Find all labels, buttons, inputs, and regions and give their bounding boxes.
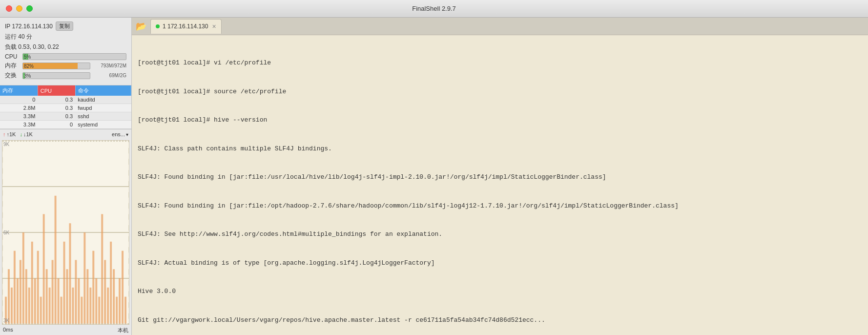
terminal-line: SLF4J: Found binding in [jar:file:/opt/h… xyxy=(138,201,862,211)
svg-rect-37 xyxy=(104,260,106,324)
copy-button[interactable]: 复制 xyxy=(56,21,73,31)
net-upload: ↑ ↑1K xyxy=(3,131,16,137)
chevron-down-icon[interactable]: ▾ xyxy=(126,132,128,137)
network-footer: 0ms 本机 xyxy=(0,326,131,335)
svg-rect-16 xyxy=(43,214,45,324)
mem-bar-container: 82% xyxy=(22,63,90,69)
terminal-line: [root@tjt01 local]# source /etc/profile xyxy=(138,87,862,97)
col-mem: 内存 xyxy=(0,85,38,96)
swap-bar-container: 3% xyxy=(22,72,90,79)
tab-close-button[interactable]: × xyxy=(212,22,216,30)
table-row: 2.8M 0.3 fwupd xyxy=(0,104,131,112)
network-graph: 9K 6K 3K xyxy=(2,140,129,325)
table-row: 3.3M 0.3 sshd xyxy=(0,112,131,121)
svg-rect-44 xyxy=(124,297,126,324)
terminal-line: Git git://vgargwork.local/Users/vgarg/re… xyxy=(138,315,862,325)
process-table: 内存 CPU 命令 0 0.3 kauditd 2.8M 0.3 fwupd xyxy=(0,85,131,129)
proc-mem: 3.3M xyxy=(0,121,38,129)
svg-rect-11 xyxy=(28,288,30,324)
svg-rect-27 xyxy=(75,260,77,324)
proc-cpu: 0.3 xyxy=(38,112,75,121)
network-graph-svg xyxy=(2,141,129,324)
svg-rect-4 xyxy=(8,269,10,324)
folder-icon: 📂 xyxy=(136,21,146,32)
process-table-header: 内存 CPU 命令 xyxy=(0,85,131,96)
svg-rect-31 xyxy=(86,269,88,324)
network-section: ↑ ↑1K ↓ ↓1K ens... ▾ xyxy=(0,129,131,335)
mem-row: 内存 82% 793M/972M xyxy=(5,62,126,70)
proc-cpu: 0 xyxy=(38,121,75,129)
proc-cpu: 0.3 xyxy=(38,96,75,104)
terminal-line: Hive 3.0.0 xyxy=(138,287,862,296)
cpu-bar-container: 5% xyxy=(22,53,126,60)
net-up-value: ↑1K xyxy=(7,131,16,137)
load-value: 负载 0.53, 0.30, 0.22 xyxy=(5,43,59,51)
mem-percent: 82% xyxy=(24,63,34,69)
minimize-button[interactable] xyxy=(16,5,22,12)
svg-rect-26 xyxy=(72,288,74,324)
svg-rect-17 xyxy=(46,269,48,324)
svg-rect-23 xyxy=(63,242,65,324)
cpu-label: CPU xyxy=(5,53,21,60)
network-header: ↑ ↑1K ↓ ↓1K ens... ▾ xyxy=(0,129,131,139)
cpu-row: CPU 5% xyxy=(5,53,126,60)
cpu-percent: 5% xyxy=(24,54,31,60)
svg-rect-18 xyxy=(49,288,51,324)
uptime-row: 运行 40 分 xyxy=(5,33,126,41)
col-cpu: CPU xyxy=(38,85,75,96)
sidebar-info: IP 172.16.114.130 复制 运行 40 分 负载 0.53, 0.… xyxy=(0,18,131,85)
svg-rect-40 xyxy=(113,269,115,324)
proc-cpu: 0.3 xyxy=(38,104,75,112)
svg-rect-29 xyxy=(81,297,83,324)
svg-rect-36 xyxy=(101,214,103,324)
terminal-line: SLF4J: See http://www.slf4j.org/codes.ht… xyxy=(138,230,862,239)
terminal-line: [root@tjt01 local]# hive --version xyxy=(138,115,862,125)
svg-rect-8 xyxy=(20,260,21,324)
svg-rect-20 xyxy=(55,196,57,324)
swap-row: 交换 3% 69M/2G xyxy=(5,71,126,80)
titlebar: FinalShell 2.9.7 xyxy=(0,0,868,18)
table-row: 0 0.3 kauditd xyxy=(0,96,131,104)
svg-rect-42 xyxy=(119,278,121,324)
ip-row: IP 172.16.114.130 复制 xyxy=(5,21,126,31)
svg-rect-7 xyxy=(17,278,19,324)
svg-rect-19 xyxy=(52,260,54,324)
process-table-body: 0 0.3 kauditd 2.8M 0.3 fwupd 3.3M 0.3 ss… xyxy=(0,96,131,129)
svg-rect-22 xyxy=(61,297,62,324)
tab-status-dot xyxy=(156,24,160,28)
tab-bar: 📂 1 172.16.114.130 × xyxy=(132,18,868,35)
svg-rect-24 xyxy=(66,269,68,324)
uptime-value: 运行 40 分 xyxy=(5,33,32,41)
net-iface-label: ens... xyxy=(112,131,125,137)
tab-label: 1 172.16.114.130 xyxy=(163,23,208,30)
sidebar: IP 172.16.114.130 复制 运行 40 分 负载 0.53, 0.… xyxy=(0,18,132,335)
ip-label: IP 172.16.114.130 xyxy=(5,23,53,30)
net-local: 本机 xyxy=(118,327,128,334)
terminal-line: [root@tjt01 local]# vi /etc/profile xyxy=(138,58,862,68)
terminal-content[interactable]: [root@tjt01 local]# vi /etc/profile [roo… xyxy=(132,35,868,335)
net-interface: ens... ▾ xyxy=(112,131,128,137)
svg-rect-13 xyxy=(34,278,36,324)
window-title: FinalShell 2.9.7 xyxy=(412,5,456,12)
terminal-tab[interactable]: 1 172.16.114.130 × xyxy=(150,19,222,34)
close-button[interactable] xyxy=(6,5,12,12)
main-layout: IP 172.16.114.130 复制 运行 40 分 负载 0.53, 0.… xyxy=(0,18,868,335)
proc-mem: 0 xyxy=(0,96,38,104)
up-arrow-icon: ↑ xyxy=(3,131,6,137)
mem-label: 内存 xyxy=(5,62,21,70)
window-controls xyxy=(6,5,33,12)
svg-rect-33 xyxy=(92,251,94,324)
swap-percent: 3% xyxy=(24,73,31,79)
maximize-button[interactable] xyxy=(26,5,33,12)
svg-rect-9 xyxy=(22,232,24,324)
col-cmd: 命令 xyxy=(75,85,131,96)
terminal-line: SLF4J: Class path contains multiple SLF4… xyxy=(138,144,862,154)
table-row: 3.3M 0 systemd xyxy=(0,121,131,129)
net-download: ↓ ↓1K xyxy=(20,131,32,137)
svg-rect-34 xyxy=(95,278,97,324)
svg-rect-12 xyxy=(31,242,33,324)
down-arrow-icon: ↓ xyxy=(20,131,22,137)
terminal-line: SLF4J: Actual binding is of type [org.ap… xyxy=(138,258,862,268)
proc-cmd: sshd xyxy=(75,112,131,121)
net-latency: 0ms xyxy=(3,327,13,334)
